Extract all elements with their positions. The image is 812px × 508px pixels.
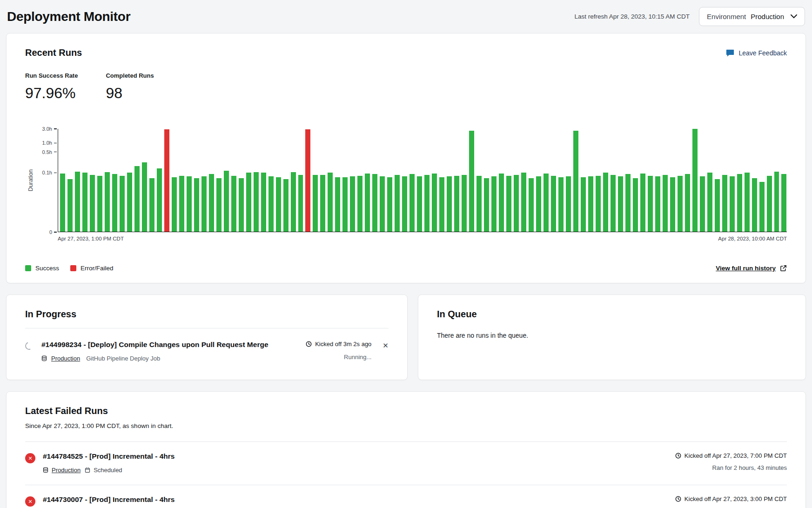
run-bar-success[interactable] [342, 177, 348, 232]
run-bar-success[interactable] [75, 172, 80, 232]
failed-run-environment-link[interactable]: Production [52, 467, 81, 474]
run-bar-success[interactable] [105, 172, 110, 232]
run-bar-success[interactable] [90, 175, 95, 232]
run-bar-success[interactable] [350, 176, 355, 232]
run-bar-success[interactable] [469, 131, 474, 232]
run-bar-success[interactable] [254, 172, 259, 232]
run-bar-success[interactable] [588, 176, 593, 232]
run-bar-success[interactable] [722, 175, 727, 232]
run-bar-success[interactable] [172, 177, 177, 232]
run-bar-success[interactable] [581, 177, 586, 232]
run-bar-success[interactable] [447, 176, 452, 232]
run-bar-success[interactable] [320, 175, 325, 232]
run-bar-success[interactable] [596, 176, 601, 233]
run-bar-failed[interactable] [305, 129, 310, 232]
run-bar-success[interactable] [670, 177, 675, 232]
run-bar-success[interactable] [566, 176, 571, 232]
leave-feedback-link[interactable]: Leave Feedback [726, 49, 787, 57]
run-bar-success[interactable] [521, 173, 526, 232]
run-bar-success[interactable] [700, 176, 705, 232]
run-bar-success[interactable] [216, 178, 221, 232]
run-bar-success[interactable] [112, 174, 117, 232]
run-bar-success[interactable] [536, 176, 541, 232]
run-bar-success[interactable] [402, 176, 407, 232]
run-bar-success[interactable] [209, 174, 214, 232]
run-bar-success[interactable] [60, 174, 65, 232]
run-bar-success[interactable] [67, 179, 73, 232]
run-bar-success[interactable] [424, 175, 429, 232]
run-bar-success[interactable] [454, 176, 459, 233]
run-bar-success[interactable] [261, 173, 266, 232]
run-bar-success[interactable] [439, 177, 444, 232]
run-bar-success[interactable] [194, 178, 199, 232]
run-bar-success[interactable] [730, 176, 735, 232]
run-bar-success[interactable] [157, 168, 162, 232]
run-bar-success[interactable] [298, 175, 303, 232]
run-bar-success[interactable] [387, 177, 392, 232]
view-full-run-history-link[interactable]: View full run history [716, 265, 787, 272]
run-bar-success[interactable] [506, 176, 511, 233]
run-bar-success[interactable] [179, 176, 184, 233]
run-bar-success[interactable] [120, 176, 125, 233]
run-bar-success[interactable] [491, 176, 497, 232]
run-bar-success[interactable] [409, 174, 415, 232]
run-bar-success[interactable] [365, 174, 370, 232]
run-bar-success[interactable] [603, 173, 608, 232]
run-bar-success[interactable] [134, 166, 140, 232]
run-bar-success[interactable] [432, 174, 437, 232]
run-bar-success[interactable] [357, 176, 362, 233]
run-bar-success[interactable] [276, 177, 281, 232]
run-bar-success[interactable] [142, 162, 147, 232]
run-bar-success[interactable] [692, 129, 698, 232]
run-bar-success[interactable] [187, 176, 192, 232]
run-bar-success[interactable] [239, 178, 244, 232]
run-bar-success[interactable] [283, 179, 289, 232]
in-progress-environment-link[interactable]: Production [51, 355, 80, 362]
run-bar-success[interactable] [372, 174, 377, 232]
run-bar-success[interactable] [313, 175, 318, 232]
run-bar-success[interactable] [625, 174, 631, 232]
run-bar-success[interactable] [231, 176, 236, 233]
run-bar-success[interactable] [715, 179, 720, 232]
run-bar-success[interactable] [291, 172, 296, 232]
run-bar-success[interactable] [201, 176, 207, 232]
run-bar-success[interactable] [380, 176, 385, 232]
run-bar-success[interactable] [149, 178, 154, 232]
run-bar-success[interactable] [678, 176, 683, 233]
run-bar-success[interactable] [618, 176, 623, 232]
run-bar-success[interactable] [514, 175, 519, 232]
run-bar-success[interactable] [640, 174, 645, 232]
run-bar-success[interactable] [655, 176, 660, 232]
run-bar-success[interactable] [781, 174, 786, 232]
run-bar-success[interactable] [663, 175, 668, 232]
run-bar-success[interactable] [417, 176, 422, 232]
run-bar-success[interactable] [745, 173, 750, 232]
run-bar-success[interactable] [774, 172, 779, 232]
run-bar-success[interactable] [551, 176, 556, 233]
close-icon[interactable]: ✕ [383, 342, 389, 349]
run-bar-success[interactable] [335, 177, 340, 232]
run-bar-success[interactable] [268, 176, 274, 232]
run-bar-success[interactable] [484, 178, 489, 232]
run-bar-success[interactable] [633, 178, 638, 232]
run-bar-success[interactable] [759, 182, 765, 232]
run-bar-success[interactable] [573, 131, 578, 232]
run-bar-success[interactable] [648, 176, 653, 233]
run-bar-success[interactable] [707, 173, 712, 232]
run-bar-success[interactable] [558, 177, 564, 232]
run-bar-success[interactable] [544, 174, 549, 232]
run-bar-success[interactable] [476, 176, 482, 233]
run-bar-success[interactable] [246, 173, 251, 232]
run-bar-success[interactable] [328, 173, 333, 232]
run-bar-failed[interactable] [164, 129, 169, 232]
run-bar-success[interactable] [529, 178, 534, 232]
environment-select[interactable]: Environment Production [699, 7, 805, 26]
run-bar-success[interactable] [224, 171, 229, 232]
run-bar-success[interactable] [685, 174, 690, 232]
run-bar-success[interactable] [611, 175, 616, 232]
run-bar-success[interactable] [462, 175, 467, 232]
run-bar-success[interactable] [395, 175, 400, 232]
run-bar-success[interactable] [127, 173, 132, 232]
run-bar-success[interactable] [97, 176, 102, 233]
run-bar-success[interactable] [752, 178, 757, 232]
